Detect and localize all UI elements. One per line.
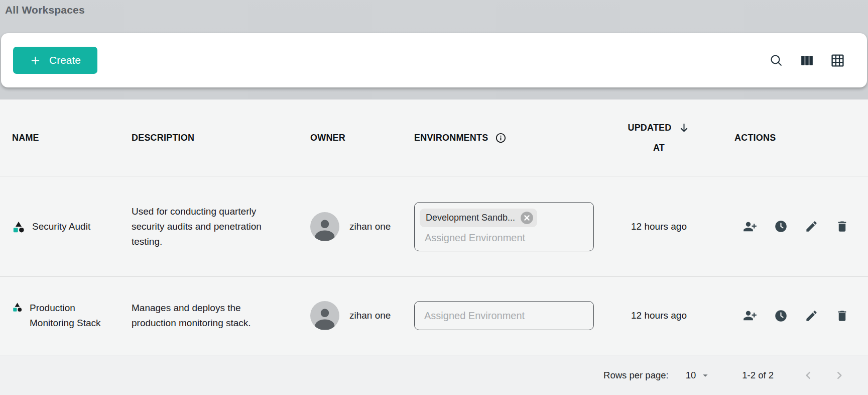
page-title: All Workspaces xyxy=(0,0,868,16)
owner-cell: zihan one xyxy=(310,212,414,241)
pagination-range: 1-2 of 2 xyxy=(742,370,774,381)
column-header-description[interactable]: DESCRIPTION xyxy=(132,133,310,143)
workspace-name-cell: Security Audit xyxy=(12,219,132,234)
person-icon xyxy=(310,303,339,330)
actions-cell xyxy=(715,309,868,323)
grid-view-button[interactable] xyxy=(830,53,845,68)
column-header-name[interactable]: NAME xyxy=(12,133,132,143)
environments-placeholder: Assigned Environment xyxy=(424,310,525,322)
rows-per-page-select[interactable]: 10 xyxy=(686,370,711,381)
table-row: Security Audit Used for conducting quart… xyxy=(0,176,868,276)
toolbar-card: Create xyxy=(1,33,867,87)
history-icon xyxy=(774,220,788,233)
category-icon xyxy=(12,302,23,313)
create-button[interactable]: Create xyxy=(13,47,97,74)
add-user-icon xyxy=(743,220,757,234)
updated-at: 12 hours ago xyxy=(602,310,715,321)
workspace-name: Production Monitoring Stack xyxy=(30,301,117,331)
actions-cell xyxy=(715,220,868,234)
category-icon xyxy=(12,221,25,234)
rows-per-page-label: Rows per page: xyxy=(603,370,669,381)
search-button[interactable] xyxy=(769,53,784,68)
edit-button[interactable] xyxy=(805,220,818,233)
edit-icon xyxy=(805,220,818,233)
column-header-actions: ACTIONS xyxy=(715,133,868,143)
arrow-down-icon xyxy=(678,122,690,134)
table-header-row: NAME DESCRIPTION OWNER ENVIRONMENTS UPDA… xyxy=(0,100,868,176)
info-icon[interactable] xyxy=(495,132,507,144)
prev-page-button[interactable] xyxy=(802,369,815,382)
caret-down-icon xyxy=(700,370,711,381)
environments-cell: Assigned Environment xyxy=(414,301,602,330)
edit-icon xyxy=(805,309,818,323)
history-button[interactable] xyxy=(774,220,788,233)
column-header-environments[interactable]: ENVIRONMENTS xyxy=(414,132,602,144)
chevron-right-icon xyxy=(833,369,846,382)
search-icon xyxy=(769,53,784,68)
owner-name: zihan one xyxy=(349,310,391,321)
workspaces-table: NAME DESCRIPTION OWNER ENVIRONMENTS UPDA… xyxy=(0,100,868,395)
toolbar-icons xyxy=(769,53,845,68)
owner-avatar xyxy=(310,301,339,330)
workspace-name: Security Audit xyxy=(32,219,90,234)
owner-name: zihan one xyxy=(349,221,391,232)
plus-icon xyxy=(30,55,41,66)
columns-view-button[interactable] xyxy=(800,53,814,68)
delete-icon xyxy=(835,309,849,323)
pagination-bar: Rows per page: 10 1-2 of 2 xyxy=(0,355,868,395)
edit-button[interactable] xyxy=(805,309,818,323)
workspace-description: Manages and deploys the production monit… xyxy=(132,301,278,331)
delete-button[interactable] xyxy=(835,220,849,233)
owner-avatar xyxy=(310,212,339,241)
workspace-description: Used for conducting quarterly security a… xyxy=(132,204,278,249)
next-page-button[interactable] xyxy=(833,369,846,382)
add-user-button[interactable] xyxy=(743,309,757,323)
environment-chip[interactable]: Development Sandb... xyxy=(420,209,537,227)
chevron-left-icon xyxy=(802,369,815,382)
chip-remove-button[interactable] xyxy=(520,211,534,225)
environments-select[interactable]: Development Sandb... Assigned Environmen… xyxy=(414,202,594,251)
column-header-owner[interactable]: OWNER xyxy=(310,133,414,143)
history-button[interactable] xyxy=(774,309,788,323)
updated-at: 12 hours ago xyxy=(602,221,715,232)
columns-icon xyxy=(800,53,814,68)
grid-icon xyxy=(830,53,845,68)
workspace-name-cell: Production Monitoring Stack xyxy=(12,301,132,331)
environment-chip-label: Development Sandb... xyxy=(426,213,515,223)
environments-placeholder: Assigned Environment xyxy=(425,232,588,244)
delete-icon xyxy=(835,220,849,233)
table-row: Production Monitoring Stack Manages and … xyxy=(0,276,868,354)
delete-button[interactable] xyxy=(835,309,849,323)
person-icon xyxy=(310,214,339,241)
environments-cell: Development Sandb... Assigned Environmen… xyxy=(414,202,602,251)
close-icon xyxy=(520,211,534,225)
owner-cell: zihan one xyxy=(310,301,414,330)
column-header-updated-at[interactable]: UPDATED AT xyxy=(602,118,715,158)
add-user-button[interactable] xyxy=(743,220,757,234)
add-user-icon xyxy=(743,309,757,323)
history-icon xyxy=(774,309,788,323)
create-button-label: Create xyxy=(49,54,81,66)
environments-select[interactable]: Assigned Environment xyxy=(414,301,594,330)
rows-per-page-value: 10 xyxy=(686,370,696,381)
